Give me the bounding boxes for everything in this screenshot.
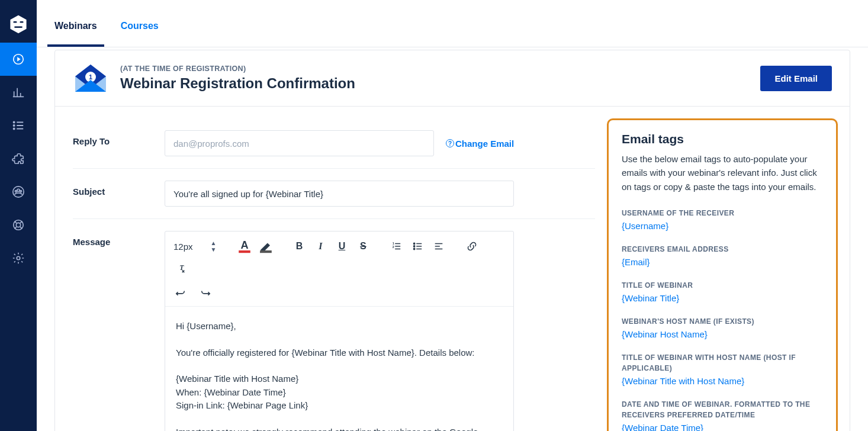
reply-to-label: Reply To bbox=[73, 130, 159, 146]
font-size-value: 12px bbox=[173, 242, 193, 252]
change-email-link[interactable]: ? Change Email bbox=[446, 139, 514, 149]
message-line: Hi {Username}, bbox=[176, 320, 503, 333]
undo-button[interactable] bbox=[172, 285, 189, 301]
redo-icon bbox=[200, 288, 211, 298]
reply-to-input[interactable] bbox=[165, 130, 434, 156]
subject-input[interactable] bbox=[165, 181, 514, 207]
email-tag-item: TITLE OF WEBINAR WITH HOST NAME (HOST IF… bbox=[622, 352, 823, 386]
change-email-text: Change Email bbox=[455, 139, 514, 149]
tabbar: Webinars Courses bbox=[37, 0, 868, 47]
svg-point-9 bbox=[17, 189, 20, 191]
tag-value[interactable]: {Username} bbox=[622, 221, 823, 231]
svg-rect-3 bbox=[14, 26, 22, 28]
sidebar bbox=[0, 0, 37, 431]
svg-point-27 bbox=[414, 248, 415, 249]
align-button[interactable] bbox=[430, 238, 447, 255]
tag-label: USERNAME OF THE RECEIVER bbox=[622, 208, 823, 218]
message-line: {Webinar Title with Host Name} bbox=[176, 372, 503, 386]
tag-label: WEBINAR'S HOST NAME (IF EXISTS) bbox=[622, 316, 823, 327]
svg-point-11 bbox=[20, 191, 22, 192]
users-circle-icon bbox=[12, 185, 25, 198]
tag-label: TITLE OF WEBINAR WITH HOST NAME (HOST IF… bbox=[622, 352, 823, 374]
tag-label: RECEIVERS EMAIL ADDRESS bbox=[622, 244, 823, 255]
link-icon bbox=[467, 241, 477, 252]
strikethrough-button[interactable]: S bbox=[355, 238, 371, 255]
tag-value[interactable]: {Email} bbox=[622, 257, 823, 267]
hex-logo-icon bbox=[8, 14, 28, 34]
email-tag-item: RECEIVERS EMAIL ADDRESS{Email} bbox=[622, 244, 823, 267]
svg-rect-21 bbox=[239, 250, 251, 253]
header-pretitle: (AT THE TIME OF REGISTRATION) bbox=[120, 65, 748, 73]
tag-value[interactable]: {Webinar Host Name} bbox=[622, 329, 823, 339]
header-title: Webinar Registration Confirmation bbox=[120, 75, 748, 92]
gear-icon bbox=[12, 252, 25, 265]
nav-users[interactable] bbox=[0, 175, 37, 208]
editor-toolbar: 12px ▲▼ A bbox=[165, 231, 513, 307]
nav-play[interactable] bbox=[0, 43, 37, 76]
message-line: When: {Webinar Date Time} bbox=[176, 386, 503, 400]
nav-settings[interactable] bbox=[0, 242, 37, 275]
unordered-list-icon bbox=[412, 241, 423, 252]
svg-point-26 bbox=[414, 246, 415, 247]
logo bbox=[0, 6, 37, 43]
svg-point-10 bbox=[15, 191, 17, 192]
svg-text:1: 1 bbox=[89, 73, 92, 81]
message-line bbox=[176, 333, 503, 346]
message-line: Important note: we strongly recommend at… bbox=[176, 426, 503, 432]
tag-label: TITLE OF WEBINAR bbox=[622, 280, 823, 291]
svg-text:A: A bbox=[241, 239, 249, 251]
message-body[interactable]: Hi {Username}, You're officially registe… bbox=[165, 307, 513, 431]
tags-title: Email tags bbox=[622, 132, 823, 146]
tab-webinars[interactable]: Webinars bbox=[54, 21, 97, 47]
undo-icon bbox=[175, 288, 186, 298]
svg-point-13 bbox=[16, 223, 20, 227]
lifebuoy-icon bbox=[12, 218, 25, 231]
nav-analytics[interactable] bbox=[0, 76, 37, 109]
tag-value[interactable]: {Webinar Title with Host Name} bbox=[622, 376, 823, 386]
italic-button[interactable]: I bbox=[312, 238, 329, 255]
svg-point-5 bbox=[14, 121, 15, 123]
rich-text-editor: 12px ▲▼ A bbox=[165, 231, 514, 431]
svg-marker-0 bbox=[10, 15, 26, 34]
tag-value[interactable]: {Webinar Title} bbox=[622, 293, 823, 303]
bold-button[interactable]: B bbox=[291, 238, 307, 255]
svg-point-14 bbox=[17, 256, 20, 260]
message-line bbox=[176, 413, 503, 426]
tag-value[interactable]: {Webinar Date Time} bbox=[622, 423, 823, 431]
help-icon: ? bbox=[446, 139, 454, 147]
puzzle-icon bbox=[12, 152, 25, 165]
message-line: You're officially registered for {Webina… bbox=[176, 346, 503, 360]
message-line: Sign-in Link: {Webinar Page Link} bbox=[176, 399, 503, 413]
svg-rect-1 bbox=[14, 21, 17, 23]
nav-extensions[interactable] bbox=[0, 142, 37, 175]
redo-button[interactable] bbox=[197, 285, 214, 301]
email-tag-item: DATE AND TIME OF WEBINAR. FORMATTED TO T… bbox=[622, 399, 823, 431]
svg-point-6 bbox=[14, 125, 15, 126]
svg-text:2: 2 bbox=[393, 245, 394, 249]
nav-list[interactable] bbox=[0, 109, 37, 142]
svg-point-7 bbox=[14, 128, 15, 129]
link-button[interactable] bbox=[464, 238, 480, 255]
svg-rect-2 bbox=[20, 21, 24, 23]
underline-button[interactable]: U bbox=[333, 238, 350, 255]
edit-email-button[interactable]: Edit Email bbox=[760, 66, 832, 91]
font-color-button[interactable]: A bbox=[236, 238, 253, 255]
align-icon bbox=[433, 241, 444, 252]
font-size-select[interactable]: 12px ▲▼ bbox=[172, 237, 220, 255]
email-tag-item: WEBINAR'S HOST NAME (IF EXISTS){Webinar … bbox=[622, 316, 823, 339]
unordered-list-button[interactable] bbox=[409, 238, 426, 255]
nav-help[interactable] bbox=[0, 208, 37, 242]
ordered-list-button[interactable]: 12 bbox=[388, 238, 404, 255]
highlight-icon bbox=[258, 238, 274, 255]
svg-text:T: T bbox=[179, 264, 184, 272]
message-label: Message bbox=[73, 231, 159, 247]
svg-rect-22 bbox=[261, 250, 272, 253]
message-line bbox=[176, 359, 503, 372]
play-circle-icon bbox=[12, 53, 25, 66]
clear-format-button[interactable]: T bbox=[172, 260, 189, 276]
tab-courses[interactable]: Courses bbox=[121, 21, 159, 47]
envelope-icon: 1 bbox=[73, 65, 108, 92]
ordered-list-icon: 12 bbox=[391, 241, 401, 252]
highlight-button[interactable] bbox=[258, 238, 274, 255]
clear-format-icon: T bbox=[175, 263, 186, 274]
